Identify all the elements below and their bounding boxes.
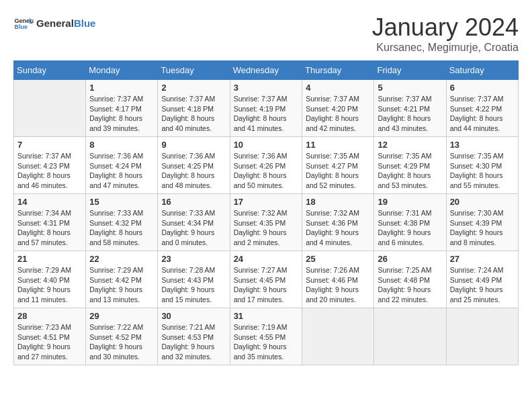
calendar-cell: 9Sunrise: 7:36 AM Sunset: 4:25 PM Daylig… xyxy=(158,137,230,194)
day-info: Sunrise: 7:32 AM Sunset: 4:35 PM Dayligh… xyxy=(234,208,299,248)
day-number: 28 xyxy=(17,311,82,321)
day-number: 2 xyxy=(161,83,226,93)
calendar-cell: 25Sunrise: 7:26 AM Sunset: 4:46 PM Dayli… xyxy=(302,251,374,308)
calendar-cell: 1Sunrise: 7:37 AM Sunset: 4:17 PM Daylig… xyxy=(86,80,158,137)
day-info: Sunrise: 7:35 AM Sunset: 4:27 PM Dayligh… xyxy=(306,151,370,191)
day-number: 14 xyxy=(17,197,82,207)
day-info: Sunrise: 7:29 AM Sunset: 4:42 PM Dayligh… xyxy=(89,265,154,305)
day-info: Sunrise: 7:35 AM Sunset: 4:30 PM Dayligh… xyxy=(450,151,515,191)
calendar-cell: 20Sunrise: 7:30 AM Sunset: 4:39 PM Dayli… xyxy=(446,194,518,251)
day-info: Sunrise: 7:31 AM Sunset: 4:38 PM Dayligh… xyxy=(378,208,442,248)
calendar-cell: 5Sunrise: 7:37 AM Sunset: 4:21 PM Daylig… xyxy=(374,80,446,137)
weekday-header: Friday xyxy=(374,61,446,80)
day-number: 7 xyxy=(17,140,82,150)
day-number: 1 xyxy=(89,83,154,93)
day-number: 25 xyxy=(306,254,370,264)
day-info: Sunrise: 7:19 AM Sunset: 4:55 PM Dayligh… xyxy=(234,322,299,362)
day-info: Sunrise: 7:37 AM Sunset: 4:18 PM Dayligh… xyxy=(161,94,226,134)
logo-text: GeneralBlue xyxy=(36,18,95,30)
day-number: 12 xyxy=(378,140,442,150)
calendar-cell xyxy=(446,308,518,365)
calendar-cell: 17Sunrise: 7:32 AM Sunset: 4:35 PM Dayli… xyxy=(230,194,302,251)
day-info: Sunrise: 7:37 AM Sunset: 4:22 PM Dayligh… xyxy=(450,94,515,134)
day-info: Sunrise: 7:37 AM Sunset: 4:20 PM Dayligh… xyxy=(306,94,370,134)
weekday-header: Sunday xyxy=(14,61,86,80)
calendar-cell: 22Sunrise: 7:29 AM Sunset: 4:42 PM Dayli… xyxy=(86,251,158,308)
day-number: 21 xyxy=(17,254,82,264)
weekday-header: Wednesday xyxy=(230,61,302,80)
title-section: January 2024 Kursanec, Megimurje, Croati… xyxy=(372,13,519,54)
calendar-cell: 18Sunrise: 7:32 AM Sunset: 4:36 PM Dayli… xyxy=(302,194,374,251)
calendar-cell: 19Sunrise: 7:31 AM Sunset: 4:38 PM Dayli… xyxy=(374,194,446,251)
day-number: 27 xyxy=(450,254,515,264)
calendar-cell: 28Sunrise: 7:23 AM Sunset: 4:51 PM Dayli… xyxy=(14,308,86,365)
day-info: Sunrise: 7:27 AM Sunset: 4:45 PM Dayligh… xyxy=(234,265,299,305)
day-info: Sunrise: 7:23 AM Sunset: 4:51 PM Dayligh… xyxy=(17,322,82,362)
calendar-cell: 6Sunrise: 7:37 AM Sunset: 4:22 PM Daylig… xyxy=(446,80,518,137)
calendar-cell: 30Sunrise: 7:21 AM Sunset: 4:53 PM Dayli… xyxy=(158,308,230,365)
day-number: 5 xyxy=(378,83,442,93)
day-number: 4 xyxy=(306,83,370,93)
calendar-cell: 8Sunrise: 7:36 AM Sunset: 4:24 PM Daylig… xyxy=(86,137,158,194)
calendar-cell: 16Sunrise: 7:33 AM Sunset: 4:34 PM Dayli… xyxy=(158,194,230,251)
calendar-title: January 2024 xyxy=(372,13,519,42)
day-info: Sunrise: 7:34 AM Sunset: 4:31 PM Dayligh… xyxy=(17,208,82,248)
day-info: Sunrise: 7:37 AM Sunset: 4:21 PM Dayligh… xyxy=(378,94,442,134)
day-info: Sunrise: 7:33 AM Sunset: 4:34 PM Dayligh… xyxy=(161,208,226,248)
day-number: 18 xyxy=(306,197,370,207)
calendar-cell: 14Sunrise: 7:34 AM Sunset: 4:31 PM Dayli… xyxy=(14,194,86,251)
calendar-cell xyxy=(14,80,86,137)
day-info: Sunrise: 7:36 AM Sunset: 4:25 PM Dayligh… xyxy=(161,151,226,191)
calendar-week-row: 21Sunrise: 7:29 AM Sunset: 4:40 PM Dayli… xyxy=(14,251,519,308)
day-number: 10 xyxy=(234,140,299,150)
calendar-cell xyxy=(374,308,446,365)
logo: General Blue GeneralBlue xyxy=(13,13,95,34)
calendar-cell: 21Sunrise: 7:29 AM Sunset: 4:40 PM Dayli… xyxy=(14,251,86,308)
weekday-header-row: SundayMondayTuesdayWednesdayThursdayFrid… xyxy=(14,61,519,80)
day-info: Sunrise: 7:36 AM Sunset: 4:24 PM Dayligh… xyxy=(89,151,154,191)
day-number: 3 xyxy=(234,83,299,93)
day-number: 17 xyxy=(234,197,299,207)
calendar-week-row: 7Sunrise: 7:37 AM Sunset: 4:23 PM Daylig… xyxy=(14,137,519,194)
day-number: 19 xyxy=(378,197,442,207)
day-info: Sunrise: 7:29 AM Sunset: 4:40 PM Dayligh… xyxy=(17,265,82,305)
weekday-header: Saturday xyxy=(446,61,518,80)
day-info: Sunrise: 7:37 AM Sunset: 4:23 PM Dayligh… xyxy=(17,151,82,191)
header: General Blue GeneralBlue January 2024 Ku… xyxy=(13,13,519,54)
day-number: 20 xyxy=(450,197,515,207)
day-number: 16 xyxy=(161,197,226,207)
weekday-header: Tuesday xyxy=(158,61,230,80)
day-number: 6 xyxy=(450,83,515,93)
calendar-cell: 15Sunrise: 7:33 AM Sunset: 4:32 PM Dayli… xyxy=(86,194,158,251)
day-info: Sunrise: 7:24 AM Sunset: 4:49 PM Dayligh… xyxy=(450,265,515,305)
day-info: Sunrise: 7:37 AM Sunset: 4:19 PM Dayligh… xyxy=(234,94,299,134)
day-number: 31 xyxy=(234,311,299,321)
calendar-cell: 4Sunrise: 7:37 AM Sunset: 4:20 PM Daylig… xyxy=(302,80,374,137)
day-info: Sunrise: 7:33 AM Sunset: 4:32 PM Dayligh… xyxy=(89,208,154,248)
calendar-cell: 24Sunrise: 7:27 AM Sunset: 4:45 PM Dayli… xyxy=(230,251,302,308)
svg-text:Blue: Blue xyxy=(15,24,28,30)
calendar-cell: 26Sunrise: 7:25 AM Sunset: 4:48 PM Dayli… xyxy=(374,251,446,308)
calendar-cell: 2Sunrise: 7:37 AM Sunset: 4:18 PM Daylig… xyxy=(158,80,230,137)
calendar-cell: 27Sunrise: 7:24 AM Sunset: 4:49 PM Dayli… xyxy=(446,251,518,308)
weekday-header: Thursday xyxy=(302,61,374,80)
calendar-cell: 11Sunrise: 7:35 AM Sunset: 4:27 PM Dayli… xyxy=(302,137,374,194)
calendar-cell: 31Sunrise: 7:19 AM Sunset: 4:55 PM Dayli… xyxy=(230,308,302,365)
day-number: 23 xyxy=(161,254,226,264)
day-number: 24 xyxy=(234,254,299,264)
calendar-subtitle: Kursanec, Megimurje, Croatia xyxy=(372,42,519,54)
calendar-week-row: 1Sunrise: 7:37 AM Sunset: 4:17 PM Daylig… xyxy=(14,80,519,137)
day-info: Sunrise: 7:25 AM Sunset: 4:48 PM Dayligh… xyxy=(378,265,442,305)
day-info: Sunrise: 7:22 AM Sunset: 4:52 PM Dayligh… xyxy=(89,322,154,362)
day-info: Sunrise: 7:32 AM Sunset: 4:36 PM Dayligh… xyxy=(306,208,370,248)
day-number: 8 xyxy=(89,140,154,150)
day-info: Sunrise: 7:28 AM Sunset: 4:43 PM Dayligh… xyxy=(161,265,226,305)
day-number: 29 xyxy=(89,311,154,321)
day-info: Sunrise: 7:21 AM Sunset: 4:53 PM Dayligh… xyxy=(161,322,226,362)
calendar-cell: 29Sunrise: 7:22 AM Sunset: 4:52 PM Dayli… xyxy=(86,308,158,365)
day-number: 9 xyxy=(161,140,226,150)
calendar-cell: 3Sunrise: 7:37 AM Sunset: 4:19 PM Daylig… xyxy=(230,80,302,137)
day-number: 22 xyxy=(89,254,154,264)
calendar-week-row: 28Sunrise: 7:23 AM Sunset: 4:51 PM Dayli… xyxy=(14,308,519,365)
day-number: 13 xyxy=(450,140,515,150)
